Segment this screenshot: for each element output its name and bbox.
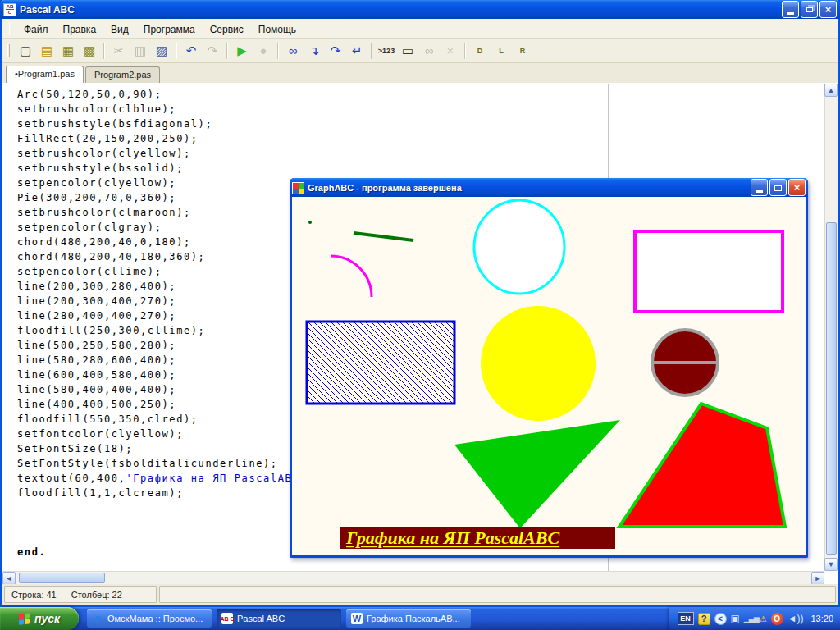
module-l-button[interactable]: L xyxy=(491,41,511,61)
menu-program[interactable]: Программа xyxy=(136,21,203,38)
graphabc-maximize-button[interactable] xyxy=(769,179,787,196)
code-line: line(400,400,500,250); xyxy=(17,397,322,412)
warning-icon: ⚠ xyxy=(760,614,767,623)
tab-program2[interactable]: Program2.pas xyxy=(85,66,160,83)
graphabc-title-bar[interactable]: GraphABC - программа завершена × xyxy=(290,178,808,197)
code-line: line(600,400,580,400); xyxy=(17,368,322,382)
tab-program1[interactable]: •Program1.pas xyxy=(6,66,84,83)
system-tray: EN ? < ▣ ▁▃▅ ⚠ O ◄)) 13:20 xyxy=(669,607,840,630)
minimize-icon xyxy=(788,12,794,15)
toolbar-grip xyxy=(7,44,10,57)
language-indicator[interactable]: EN xyxy=(678,612,694,625)
run-button[interactable]: ▶ xyxy=(232,41,252,61)
close-icon: × xyxy=(825,4,832,15)
opera-icon[interactable]: O xyxy=(771,613,783,625)
paste-button[interactable]: ▨ xyxy=(152,41,171,61)
menu-grip xyxy=(9,22,11,35)
start-label: пуск xyxy=(34,612,60,625)
vertical-scroll-thumb[interactable] xyxy=(826,222,837,555)
code-line xyxy=(17,515,322,530)
toolbar: ▢▤▦▩✂▥▨↶↷▶●∞↴↷↵>123▭∞×DLR xyxy=(2,39,838,63)
network-icon[interactable]: ▣ xyxy=(731,614,740,623)
code-line: chord(480,200,40,0,180); xyxy=(17,235,322,249)
volume-icon[interactable]: ◄)) xyxy=(788,614,804,623)
new-file-button[interactable]: ▢ xyxy=(16,41,35,61)
toolbar-separator xyxy=(277,43,279,59)
module-d-button[interactable]: D xyxy=(470,41,490,61)
show-values-button[interactable]: >123 xyxy=(377,41,396,61)
language-bar-icon[interactable]: < xyxy=(714,613,727,625)
task-label: Графика ПаскальАВ... xyxy=(367,614,460,623)
undo-button[interactable]: ↶ xyxy=(181,41,201,61)
start-button[interactable]: пуск xyxy=(0,607,79,630)
close-button[interactable]: × xyxy=(819,1,837,18)
menu-view[interactable]: Вид xyxy=(103,21,136,38)
toolbar-separator xyxy=(226,43,228,59)
help-tray-icon[interactable]: ? xyxy=(698,613,710,625)
canvas-shape-circle xyxy=(481,306,596,421)
canvas-shape-line xyxy=(354,233,413,240)
minimize-icon xyxy=(756,190,763,193)
redo-button[interactable]: ↷ xyxy=(203,41,222,61)
code-line xyxy=(17,530,322,545)
menu-file[interactable]: Файл xyxy=(16,21,56,38)
task-pascal-abc[interactable]: AB CPascal ABC xyxy=(217,609,341,628)
code-line xyxy=(17,500,322,515)
signal-icon[interactable]: ▁▃▅ xyxy=(744,614,759,623)
step-over-button[interactable]: ↷ xyxy=(326,41,345,61)
close-window-button[interactable]: × xyxy=(441,41,460,61)
watch-window-button[interactable]: ∞ xyxy=(419,41,439,61)
app-icon: ABC xyxy=(3,3,16,16)
goto-list-button[interactable]: ↵ xyxy=(347,41,367,61)
code-line: line(500,250,580,280); xyxy=(17,338,322,353)
graphabc-close-button[interactable]: × xyxy=(788,179,806,196)
code-line: floodfill(550,350,clred); xyxy=(17,412,322,427)
task-browser[interactable]: eОмскМама :: Просмо... xyxy=(87,609,212,628)
add-watch-button[interactable]: ∞ xyxy=(283,41,303,61)
graphabc-minimize-button[interactable] xyxy=(751,179,768,196)
step-into-button[interactable]: ↴ xyxy=(304,41,324,61)
scroll-down-button[interactable]: ▼ xyxy=(824,558,838,571)
code-line: line(200,300,400,270); xyxy=(17,294,322,308)
vertical-scrollbar[interactable]: ▲ ▼ xyxy=(824,84,838,571)
word-icon: W xyxy=(351,613,363,624)
scroll-right-button[interactable]: ► xyxy=(811,572,824,585)
graph-canvas: Графика на ЯП PascalABC xyxy=(292,197,806,553)
toolbar-separator xyxy=(176,43,177,59)
menu-help[interactable]: Помощь xyxy=(251,21,304,38)
save-button[interactable]: ▦ xyxy=(58,41,78,61)
scroll-left-button[interactable]: ◄ xyxy=(2,572,16,585)
stop-button[interactable]: ● xyxy=(253,41,273,61)
graph-drawing: Графика на ЯП PascalABC xyxy=(292,197,806,553)
menu-edit[interactable]: Правка xyxy=(56,21,104,38)
horizontal-scrollbar[interactable]: ◄ ► xyxy=(2,571,824,584)
pascal-abc-window: ABC Pascal ABC × ФайлПравкаВидПрограммаС… xyxy=(0,0,840,607)
restore-button[interactable] xyxy=(801,1,818,18)
menu-service[interactable]: Сервис xyxy=(203,21,251,38)
abc-icon: AB C xyxy=(221,613,233,624)
horizontal-scroll-thumb[interactable] xyxy=(19,573,105,583)
canvas-shape-polygon xyxy=(454,420,620,528)
status-bar: Строка: 41 Столбец: 22 xyxy=(2,584,838,605)
task-word-doc[interactable]: WГрафика ПаскальАВ... xyxy=(346,609,471,628)
toolbar-separator xyxy=(371,43,372,59)
code-line: line(280,400,400,270); xyxy=(17,308,322,323)
title-bar[interactable]: ABC Pascal ABC × xyxy=(0,0,840,19)
canvas-shape-ellipse xyxy=(474,200,564,294)
maximize-icon xyxy=(774,185,782,191)
save-all-button[interactable]: ▩ xyxy=(80,41,99,61)
copy-button[interactable]: ▥ xyxy=(130,41,150,61)
task-label: ОмскМама :: Просмо... xyxy=(107,614,203,623)
canvas-shape-polygon xyxy=(619,404,785,527)
minimize-button[interactable] xyxy=(782,1,799,18)
scroll-up-button[interactable]: ▲ xyxy=(824,84,838,97)
menu-bar: ФайлПравкаВидПрограммаСервисПомощь xyxy=(2,19,838,39)
module-r-button[interactable]: R xyxy=(513,41,532,61)
code-line: Pie(300,200,70,0,360); xyxy=(17,190,322,205)
code-line: line(580,280,600,400); xyxy=(17,353,322,368)
code-text: Arc(50,120,50,0,90);setbrushcolor(clblue… xyxy=(17,87,322,559)
open-file-button[interactable]: ▤ xyxy=(37,41,57,61)
code-editor[interactable]: Arc(50,120,50,0,90);setbrushcolor(clblue… xyxy=(2,84,838,584)
cut-button[interactable]: ✂ xyxy=(109,41,129,61)
window-button[interactable]: ▭ xyxy=(398,41,418,61)
